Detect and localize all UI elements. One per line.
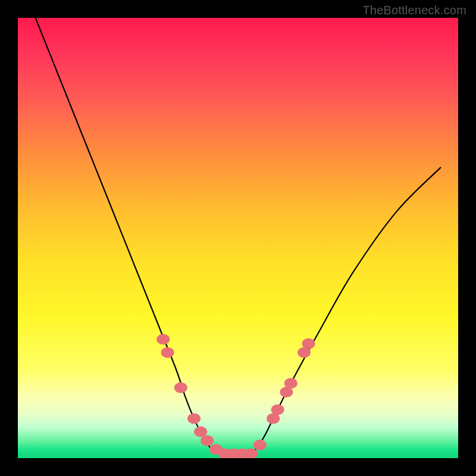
curve-marker <box>201 435 214 446</box>
curve-marker <box>156 334 170 345</box>
bottleneck-curve <box>36 18 441 454</box>
curve-marker <box>302 339 315 349</box>
curve-marker <box>174 383 187 393</box>
curve-marker <box>161 347 174 358</box>
curve-marker <box>271 405 284 415</box>
chart-frame: TheBottleneck.com <box>0 0 476 476</box>
curve-marker <box>187 413 201 424</box>
curve-svg <box>18 18 458 458</box>
plot-area <box>18 18 458 458</box>
curve-marker <box>253 440 267 450</box>
watermark-text: TheBottleneck.com <box>362 4 466 17</box>
curve-marker <box>284 378 298 389</box>
marker-group <box>156 334 315 458</box>
